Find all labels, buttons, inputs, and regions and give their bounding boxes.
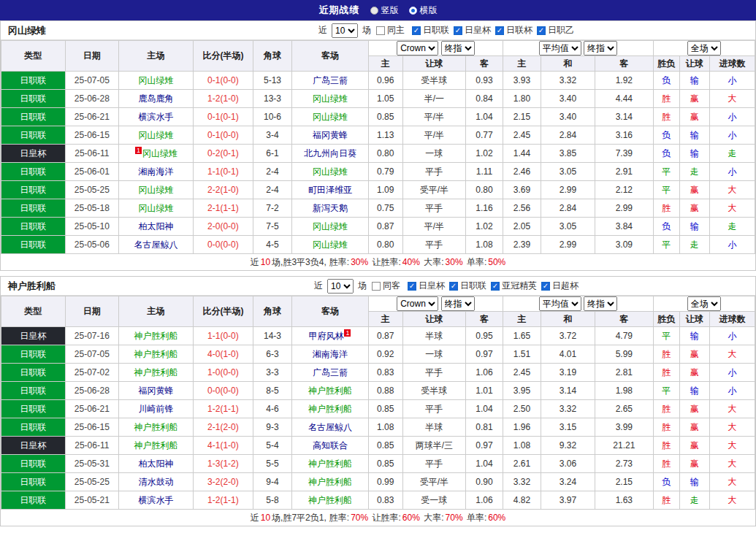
rank-badge: 1 [344, 329, 351, 337]
team-link[interactable]: 神户胜利船 [134, 440, 178, 450]
team-link[interactable]: 神户胜利船 [308, 386, 352, 396]
odds-mode-select[interactable]: 终指 [441, 296, 475, 311]
team-link[interactable]: 冈山绿雉 [139, 185, 174, 195]
team-link[interactable]: 神户胜利船 [308, 404, 352, 414]
team-link[interactable]: 柏太阳神 [139, 459, 174, 469]
team-link[interactable]: 广岛三箭 [313, 367, 348, 377]
league-filter[interactable]: 日职联 [449, 280, 486, 292]
team-link[interactable]: 柏太阳神 [139, 221, 174, 231]
team-link[interactable]: 神户胜利船 [308, 477, 352, 487]
league-checkbox[interactable] [491, 282, 500, 291]
team-link[interactable]: 广岛三箭 [313, 75, 348, 85]
league-filter[interactable]: 日职联 [412, 24, 449, 37]
team-link[interactable]: 鹿岛鹿角 [139, 93, 174, 104]
rank-badge: 1 [135, 147, 142, 154]
avg-lose: 3.84 [595, 218, 653, 236]
radio-icon[interactable] [409, 7, 417, 15]
team-link[interactable]: 新泻天鹅 [313, 203, 348, 213]
team-name: 冈山绿雉 [1, 24, 140, 37]
result-outcome: 胜 [653, 364, 679, 382]
match-date: 25-06-15 [65, 418, 118, 437]
league-checkbox[interactable] [412, 26, 421, 35]
layout-radio-vertical[interactable]: 竖版 [370, 4, 399, 17]
league-checkbox[interactable] [449, 282, 458, 291]
team-link[interactable]: 神户胜利船 [134, 367, 178, 377]
team-link[interactable]: 高知联合 [313, 440, 348, 450]
team-link[interactable]: 福冈黄蜂 [139, 386, 174, 396]
team-link[interactable]: 福冈黄蜂 [313, 130, 348, 140]
league-filter[interactable]: 日皇杯 [408, 280, 445, 292]
league-filter[interactable]: 日皇杯 [454, 24, 491, 37]
match-score: 0-0(0-0) [194, 236, 253, 254]
layout-radio-horizontal[interactable]: 横版 [409, 4, 438, 17]
goals-outcome: 走 [709, 145, 755, 163]
team-link[interactable]: 神户胜利船 [308, 495, 352, 505]
team-link[interactable]: 湘南海洋 [139, 166, 174, 177]
league-checkbox[interactable] [495, 26, 504, 35]
avg-draw: 3.32 [541, 400, 595, 418]
team-link[interactable]: 冈山绿雉 [139, 203, 174, 213]
average-odds-header: 平均值 终指 [503, 41, 653, 56]
handicap-outcome: 赢 [679, 199, 709, 218]
team-link[interactable]: 冈山绿雉 [313, 93, 348, 104]
team-link[interactable]: 横滨水手 [139, 112, 174, 122]
team-link[interactable]: 名古屋鲸八 [134, 239, 178, 250]
same-venue-checkbox[interactable] [372, 282, 381, 291]
odds-mode-select[interactable]: 终指 [441, 41, 475, 55]
odds-home: 0.87 [368, 218, 402, 236]
team-link[interactable]: 清水鼓动 [139, 477, 174, 487]
team-link[interactable]: 冈山绿雉 [139, 75, 174, 85]
team-link[interactable]: 神户胜利船 [308, 459, 352, 469]
team-link[interactable]: 名古屋鲸八 [308, 422, 352, 432]
odds-company-select[interactable]: Crown [397, 41, 438, 55]
column-header-corner: 角球 [253, 296, 292, 327]
league-checkbox[interactable] [537, 26, 546, 35]
scope-select[interactable]: 全场 [687, 41, 721, 55]
league-filter[interactable]: 日职乙 [537, 24, 574, 37]
league-checkbox[interactable] [541, 282, 550, 291]
result-outcome: 胜 [653, 108, 679, 126]
league-filter[interactable]: 亚冠精英 [491, 280, 537, 292]
league-filter[interactable]: 日联杯 [495, 24, 532, 37]
team-link[interactable]: 冈山绿雉 [313, 166, 348, 177]
team-link[interactable]: 冈山绿雉 [313, 221, 348, 231]
team-link[interactable]: 神户胜利船 [134, 331, 178, 341]
team-link[interactable]: 川崎前锋 [139, 404, 174, 414]
team-link[interactable]: 甲府风林 [308, 331, 343, 341]
team-link[interactable]: 町田泽维亚 [308, 185, 352, 195]
team-link[interactable]: 冈山绿雉 [139, 130, 174, 140]
match-row: 日职联25-06-01湘南海洋1-1(0-1)2-4冈山绿雉0.79平手1.11… [1, 163, 755, 181]
away-team-cell: 冈山绿雉 [292, 108, 368, 126]
league-filter[interactable]: 日超杯 [541, 280, 579, 292]
match-count-select[interactable]: 10 [327, 279, 354, 294]
avg-draw: 3.32 [541, 72, 595, 90]
match-count-select[interactable]: 10 [332, 23, 358, 38]
team-link[interactable]: 冈山绿雉 [313, 112, 348, 122]
average-select[interactable]: 平均值 [539, 41, 581, 55]
team-link[interactable]: 冈山绿雉 [313, 239, 348, 250]
league-checkbox[interactable] [454, 26, 462, 35]
same-venue-filter[interactable]: 同客 [372, 280, 400, 292]
team-link[interactable]: 神户胜利船 [134, 422, 178, 432]
team-link[interactable]: 神户胜利船 [134, 349, 178, 359]
away-team-cell: 冈山绿雉 [292, 90, 368, 108]
home-team-cell: 冈山绿雉 [118, 199, 193, 218]
team-link[interactable]: 横滨水手 [139, 495, 174, 505]
result-outcome: 平 [653, 382, 679, 400]
same-venue-filter[interactable]: 同主 [376, 24, 405, 37]
odds-handicap: 平手 [403, 199, 466, 218]
team-link[interactable]: 冈山绿雉 [142, 148, 177, 158]
radio-icon[interactable] [370, 7, 378, 15]
scope-select[interactable]: 全场 [687, 296, 721, 311]
team-link[interactable]: 北九州向日葵 [304, 148, 356, 158]
average-select[interactable]: 平均值 [539, 296, 581, 311]
odds-company-select[interactable]: Crown [397, 296, 438, 311]
match-score: 4-0(1-0) [194, 345, 253, 364]
same-venue-checkbox[interactable] [376, 26, 385, 35]
average-mode-select[interactable]: 终指 [584, 296, 617, 311]
league-checkbox[interactable] [408, 282, 416, 291]
team-name: 神户胜利船 [1, 280, 140, 293]
scope-header: 全场 [653, 296, 755, 312]
team-link[interactable]: 湘南海洋 [313, 349, 348, 359]
average-mode-select[interactable]: 终指 [584, 41, 617, 55]
